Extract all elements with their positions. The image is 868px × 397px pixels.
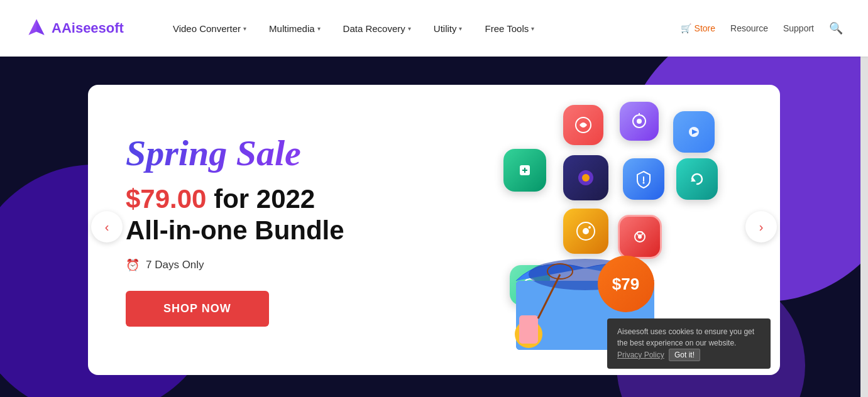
main-nav: Video Converter ▾ Multimedia ▾ Data Reco…: [162, 18, 681, 39]
hero-section: ‹ › Spring Sale $79.00 for 2022 All-in-o…: [0, 57, 868, 397]
nav-item-utility[interactable]: Utility ▾: [422, 18, 474, 39]
cookie-got-it-button[interactable]: Got it!: [669, 349, 700, 361]
next-arrow-button[interactable]: ›: [745, 211, 777, 242]
left-arrow-icon: ‹: [105, 220, 109, 234]
chevron-down-icon: ▾: [243, 25, 246, 32]
search-icon[interactable]: 🔍: [829, 21, 843, 35]
chevron-down-icon: ▾: [459, 25, 462, 32]
app-icon-2: [620, 102, 659, 141]
hero-content: Spring Sale $79.00 for 2022 All-in-one B…: [126, 133, 427, 326]
chevron-down-icon: ▾: [531, 25, 534, 32]
resource-link[interactable]: Resource: [730, 23, 768, 33]
price-for-text: for 2022: [214, 184, 315, 214]
chevron-down-icon: ▾: [408, 25, 411, 32]
app-icon-3: [673, 111, 715, 153]
logo[interactable]: AAiseesoft: [25, 17, 124, 40]
app-icon-1: [563, 105, 603, 145]
cookie-notice: Aiseesoft uses cookies to ensure you get…: [607, 318, 771, 369]
price-badge: $79: [598, 256, 654, 312]
svg-point-2: [637, 119, 642, 124]
svg-point-12: [642, 182, 644, 184]
nav-item-free-tools[interactable]: Free Tools ▾: [473, 18, 546, 39]
price-value: $79.00: [126, 184, 206, 214]
shop-now-button[interactable]: SHOP NOW: [126, 291, 269, 327]
header: AAiseesoft Video Converter ▾ Multimedia …: [0, 0, 868, 57]
cookie-message: Aiseesoft uses cookies to ensure you get…: [617, 327, 754, 347]
right-arrow-icon: ›: [759, 220, 764, 234]
chevron-down-icon: ▾: [317, 25, 321, 32]
hero-image-area: $79: [427, 110, 742, 350]
cart-icon: 🛒: [681, 23, 691, 33]
app-icons-container: $79: [453, 99, 717, 350]
app-icon-5: [563, 155, 608, 200]
timer-line: ⏰ 7 Days Only: [126, 258, 427, 272]
top-nav-right: 🛒 Store Resource Support 🔍: [681, 21, 843, 35]
app-icon-4: [503, 149, 546, 192]
app-icon-6: [623, 158, 664, 200]
support-link[interactable]: Support: [783, 23, 814, 33]
svg-point-10: [582, 174, 590, 182]
nav-item-video-converter[interactable]: Video Converter ▾: [162, 18, 258, 39]
logo-text: AAiseesoft: [52, 20, 124, 36]
timer-text: 7 Days Only: [146, 259, 204, 271]
store-link[interactable]: 🛒 Store: [681, 23, 715, 33]
nav-item-multimedia[interactable]: Multimedia ▾: [258, 18, 332, 39]
bundle-title: All-in-one Bundle: [126, 216, 427, 245]
scrollbar[interactable]: [860, 0, 868, 397]
prev-arrow-button[interactable]: ‹: [91, 211, 123, 242]
privacy-policy-link[interactable]: Privacy Policy: [617, 351, 664, 359]
price-line: $79.00 for 2022: [126, 185, 427, 214]
nav-item-data-recovery[interactable]: Data Recovery ▾: [332, 18, 422, 39]
spring-sale-title: Spring Sale: [126, 133, 427, 173]
app-icon-7: [676, 158, 718, 200]
clock-icon: ⏰: [126, 258, 140, 272]
svg-rect-27: [519, 315, 538, 344]
